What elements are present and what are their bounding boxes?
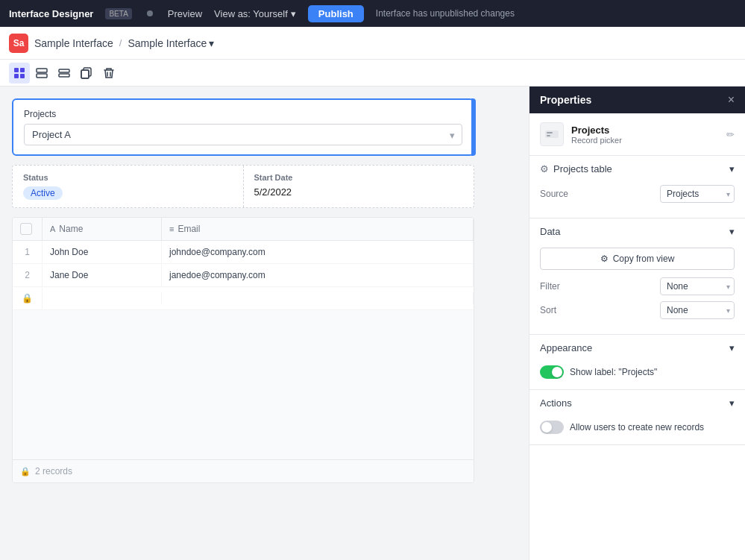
breadcrumb-root[interactable]: Sample Interface — [34, 37, 113, 49]
toolbar-row-button[interactable] — [54, 63, 75, 84]
show-label-toggle[interactable] — [540, 365, 564, 379]
info-row: Status Active Start Date 5/2/2022 — [12, 165, 474, 208]
canvas-area: Projects Project A ▾ Status Active Start… — [0, 86, 529, 560]
th-checkbox — [13, 218, 43, 240]
svg-rect-5 — [37, 74, 47, 78]
email-col-icon: ≡ — [169, 224, 174, 233]
source-select[interactable]: Projects — [660, 185, 735, 203]
record-picker-wrapper: Projects Project A ▾ — [12, 98, 474, 156]
filter-label: Filter — [540, 281, 560, 292]
lock-icon: 🔒 — [13, 287, 43, 309]
publish-button[interactable]: Publish — [308, 5, 364, 22]
appearance-section-header[interactable]: Appearance ▾ — [529, 335, 745, 361]
allow-create-text: Allow users to create new records — [570, 422, 704, 432]
appearance-chevron: ▾ — [729, 342, 735, 353]
lock-name — [43, 292, 162, 304]
beta-badge: BETA — [105, 8, 131, 19]
row1-email: johndoe@company.com — [162, 241, 474, 263]
status-cell: Status Active — [13, 166, 244, 207]
source-select-wrap: Projects — [660, 185, 735, 203]
projects-table-section: ⚙ Projects table ▾ Source Projects — [529, 156, 745, 218]
widget-info: Projects Record picker ✏ — [529, 113, 745, 156]
projects-table-section-header[interactable]: ⚙ Projects table ▾ — [529, 156, 745, 182]
record-picker-widget[interactable]: Projects Project A ▾ — [12, 98, 474, 156]
svg-rect-13 — [547, 135, 550, 136]
breadcrumb-current[interactable]: Sample Interface ▾ — [128, 37, 214, 49]
name-col-icon: A — [50, 224, 55, 233]
properties-close-button[interactable]: × — [728, 94, 735, 106]
record-picker-label: Projects — [24, 109, 462, 119]
source-label: Source — [540, 189, 568, 199]
actions-section: Actions ▾ Allow users to create new reco… — [529, 390, 745, 445]
avatar: Sa — [9, 34, 28, 53]
row1-name: John Doe — [43, 241, 162, 263]
copy-icon — [81, 67, 92, 79]
svg-rect-3 — [20, 74, 25, 78]
date-cell: Start Date 5/2/2022 — [244, 166, 474, 207]
show-label-toggle-row: Show label: "Projects" — [540, 364, 735, 380]
toolbar-grid-button[interactable] — [9, 63, 30, 84]
actions-label: Actions — [540, 397, 572, 409]
unpublished-changes-label: Interface has unpublished changes — [376, 8, 515, 19]
data-label: Data — [540, 226, 560, 237]
lock-footer-icon: 🔒 — [20, 467, 31, 476]
projects-table-section-body: Source Projects — [529, 182, 745, 218]
filter-select[interactable]: None — [660, 277, 735, 295]
copy-from-view-button[interactable]: ⚙ Copy from view — [540, 248, 735, 270]
breadcrumb-bar: Sa Sample Interface / Sample Interface ▾ — [0, 27, 745, 60]
data-chevron: ▾ — [729, 226, 735, 237]
svg-rect-1 — [20, 68, 25, 72]
projects-table-label: Projects table — [553, 163, 612, 174]
table-footer: 🔒 2 records — [13, 459, 474, 482]
preview-button[interactable]: Preview — [168, 8, 202, 19]
header-checkbox[interactable] — [20, 223, 32, 235]
view-as-selector[interactable]: View as: Yourself ▾ — [214, 8, 296, 19]
th-email: ≡ Email — [162, 218, 474, 240]
lock-email — [162, 292, 474, 304]
table-header: A Name ≡ Email — [13, 218, 474, 241]
allow-create-toggle-knob — [541, 422, 552, 432]
data-section: Data ▾ ⚙ Copy from view Filter None — [529, 218, 745, 335]
toolbar-copy-button[interactable] — [76, 63, 97, 84]
actions-section-header[interactable]: Actions ▾ — [529, 390, 745, 416]
svg-rect-0 — [14, 68, 19, 72]
appearance-section: Appearance ▾ Show label: "Projects" — [529, 335, 745, 390]
records-count: 2 records — [35, 466, 72, 476]
row2-name: Jane Doe — [43, 264, 162, 286]
data-section-header[interactable]: Data ▾ — [529, 218, 745, 245]
date-value: 5/2/2022 — [254, 186, 464, 198]
sort-label: Sort — [540, 305, 556, 315]
appearance-section-body: Show label: "Projects" — [529, 361, 745, 389]
row1-num: 1 — [13, 241, 43, 263]
grid-icon — [13, 67, 25, 79]
svg-rect-2 — [14, 74, 19, 78]
svg-rect-11 — [545, 130, 559, 138]
toggle-knob — [552, 367, 562, 377]
section-icon — [36, 67, 48, 79]
actions-chevron: ▾ — [729, 397, 735, 409]
allow-create-toggle[interactable] — [540, 421, 564, 434]
properties-title: Properties — [540, 94, 591, 106]
main-layout: Projects Project A ▾ Status Active Start… — [0, 86, 745, 560]
widget-icon-box — [540, 122, 564, 146]
properties-panel: Properties × Projects Record picker ✏ ⚙ — [529, 86, 745, 560]
sort-row: Sort None — [540, 301, 735, 319]
widget-edit-button[interactable]: ✏ — [726, 129, 735, 140]
record-picker-select[interactable]: Project A — [24, 124, 462, 145]
widget-info-text: Projects Record picker — [571, 125, 719, 145]
sort-select-wrap: None — [660, 301, 735, 319]
trash-icon — [103, 67, 115, 79]
projects-table-chevron: ▾ — [729, 163, 735, 174]
copy-gear-icon: ⚙ — [600, 254, 609, 264]
actions-section-body: Allow users to create new records — [529, 416, 745, 444]
svg-rect-7 — [59, 74, 69, 77]
show-label-text: Show label: "Projects" — [570, 367, 657, 377]
record-picker-select-wrap: Project A ▾ — [24, 124, 462, 145]
svg-rect-9 — [81, 70, 89, 78]
status-label: Status — [23, 173, 233, 182]
table-row: 1 John Doe johndoe@company.com — [13, 241, 474, 264]
toolbar-section-button[interactable] — [31, 63, 52, 84]
toolbar-delete-button[interactable] — [98, 63, 119, 84]
sort-select[interactable]: None — [660, 301, 735, 319]
appearance-label: Appearance — [540, 342, 592, 353]
